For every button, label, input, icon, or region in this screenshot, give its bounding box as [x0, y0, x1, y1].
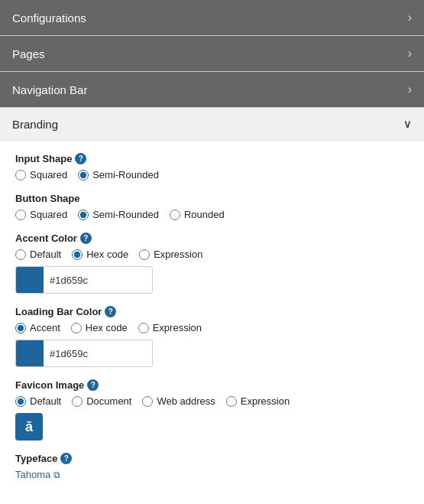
- input-shape-options: Squared Semi-Rounded: [15, 169, 409, 180]
- loading-bar-expression[interactable]: Expression: [138, 322, 202, 333]
- input-shape-semi-rounded[interactable]: Semi-Rounded: [78, 169, 159, 180]
- favicon-image-help-icon[interactable]: ?: [87, 379, 99, 391]
- input-shape-squared[interactable]: Squared: [15, 169, 67, 180]
- accent-color-default[interactable]: Default: [15, 249, 61, 260]
- external-link-icon: ⧉: [53, 470, 60, 480]
- chevron-icon-configurations: ›: [408, 11, 412, 24]
- button-shape-semi-rounded[interactable]: Semi-Rounded: [78, 209, 159, 220]
- button-shape-label: Button Shape: [15, 193, 409, 204]
- favicon-expression[interactable]: Expression: [226, 395, 290, 407]
- accent-color-swatch[interactable]: [16, 267, 44, 293]
- accent-color-help-icon[interactable]: ?: [80, 232, 92, 244]
- accordion-configurations[interactable]: Configurations ›: [0, 0, 424, 36]
- branding-chevron-icon: ∨: [403, 117, 412, 131]
- button-shape-options: Squared Semi-Rounded Rounded: [15, 209, 409, 220]
- loading-bar-color-options: Accent Hex code Expression: [15, 322, 409, 333]
- input-shape-group: Input Shape ? Squared Semi-Rounded: [15, 153, 409, 180]
- loading-bar-color-help-icon[interactable]: ?: [105, 306, 116, 317]
- accordion-label-navigation-bar: Navigation Bar: [12, 83, 87, 96]
- favicon-web-address[interactable]: Web address: [142, 395, 215, 407]
- loading-bar-color-text-input[interactable]: [44, 343, 143, 364]
- favicon-image-label: Favicon Image ?: [15, 379, 409, 391]
- accent-color-expression[interactable]: Expression: [139, 249, 202, 260]
- chevron-icon-pages: ›: [408, 47, 412, 60]
- button-shape-rounded[interactable]: Rounded: [170, 209, 225, 220]
- loading-bar-color-group: Loading Bar Color ? Accent Hex code Expr…: [15, 306, 409, 367]
- typeface-group: Typeface ? Tahoma ⧉: [15, 453, 409, 480]
- typeface-link[interactable]: Tahoma ⧉: [15, 469, 60, 480]
- loading-bar-hex[interactable]: Hex code: [71, 322, 128, 333]
- typeface-label: Typeface ?: [15, 453, 409, 464]
- favicon-image-group: Favicon Image ? Default Document Web add…: [15, 379, 409, 441]
- branding-content: Input Shape ? Squared Semi-Rounded Butto…: [0, 141, 424, 504]
- accent-color-label: Accent Color ?: [15, 232, 409, 244]
- branding-header[interactable]: Branding ∨: [0, 108, 424, 141]
- typeface-help-icon[interactable]: ?: [60, 453, 72, 464]
- accent-color-text-input[interactable]: [44, 270, 143, 291]
- button-shape-group: Button Shape Squared Semi-Rounded Rounde…: [15, 193, 409, 220]
- favicon-default[interactable]: Default: [15, 395, 61, 407]
- input-shape-label: Input Shape ?: [15, 153, 409, 164]
- favicon-icon-preview: ā: [15, 413, 43, 441]
- accordion-pages[interactable]: Pages ›: [0, 36, 424, 72]
- accordion-navigation-bar[interactable]: Navigation Bar ›: [0, 72, 424, 108]
- favicon-image-options: Default Document Web address Expression: [15, 395, 409, 407]
- accent-color-options: Default Hex code Expression: [15, 249, 409, 260]
- button-shape-squared[interactable]: Squared: [15, 209, 67, 220]
- loading-bar-color-swatch[interactable]: [16, 340, 44, 366]
- accordion-label-configurations: Configurations: [12, 11, 86, 24]
- accordion-label-pages: Pages: [12, 47, 45, 60]
- loading-bar-color-label: Loading Bar Color ?: [15, 306, 409, 317]
- branding-section: Branding ∨ Input Shape ? Squared Semi-Ro…: [0, 108, 424, 504]
- input-shape-help-icon[interactable]: ?: [75, 153, 86, 164]
- chevron-icon-navigation-bar: ›: [408, 83, 412, 96]
- favicon-document[interactable]: Document: [72, 395, 131, 407]
- loading-bar-accent[interactable]: Accent: [15, 322, 60, 333]
- accent-color-group: Accent Color ? Default Hex code Expressi…: [15, 232, 409, 294]
- accent-color-input-row: [15, 266, 153, 294]
- branding-title: Branding: [12, 118, 58, 131]
- accent-color-hex[interactable]: Hex code: [72, 249, 128, 260]
- loading-bar-color-input-row: [15, 340, 153, 367]
